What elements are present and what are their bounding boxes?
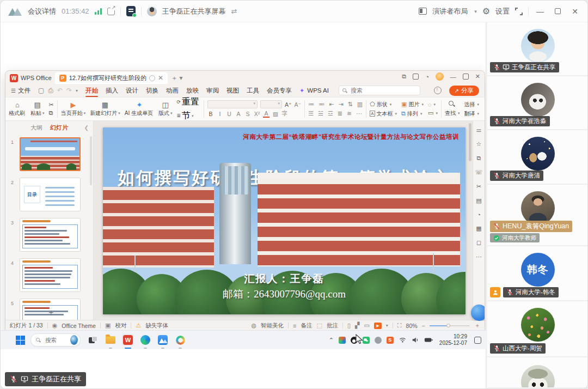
menu-animation[interactable]: 动画	[166, 87, 179, 95]
zoom-level[interactable]: 80%	[406, 323, 418, 329]
help-icon[interactable]: ◔	[425, 74, 429, 80]
add-slide-button[interactable]: ＋	[47, 307, 55, 318]
current-slide[interactable]: 河南大学第二届“铁塔湖畔”研究生学术论坛暨计量方法与论文写作公益培训 如何撰写好…	[103, 127, 465, 314]
close-button[interactable]: ✕	[569, 7, 581, 16]
wifi-icon[interactable]	[399, 336, 407, 344]
comment-button[interactable]: 批注	[327, 322, 338, 330]
panel-scrollbar[interactable]	[90, 136, 92, 185]
justify-icon[interactable]: ≣	[338, 110, 342, 117]
wps-home-button[interactable]: WPS Office	[10, 74, 52, 82]
security-tray-icon[interactable]	[387, 337, 394, 344]
wps-search-box[interactable]	[339, 86, 420, 95]
start-button[interactable]	[16, 336, 25, 345]
help-circle-icon[interactable]: ◔	[477, 211, 481, 218]
minimize-button[interactable]: —	[534, 7, 546, 16]
text-effect-button[interactable]: 字	[281, 110, 288, 118]
char-spacing-button[interactable]: A	[235, 111, 242, 117]
wps-restore-button[interactable]	[463, 74, 469, 80]
menu-wps-ai[interactable]: WPS AI	[307, 87, 329, 94]
slide-thumbnail[interactable]: 目录	[20, 178, 81, 211]
underline-button[interactable]: U	[226, 111, 232, 117]
font-size-select[interactable]	[260, 100, 282, 108]
fullscreen-icon[interactable]	[515, 8, 523, 15]
font-family-select[interactable]	[207, 100, 258, 108]
find-button[interactable]: 查找	[445, 110, 460, 117]
settings-button[interactable]: 设置	[495, 7, 510, 16]
wps-minimize-button[interactable]: —	[450, 74, 456, 80]
star-icon[interactable]: ☆	[476, 141, 482, 148]
document-tab[interactable]: 12.7如何撰写好研究生阶段的 ✕	[55, 72, 168, 84]
collapse-panel-icon[interactable]: ❮	[84, 125, 89, 131]
contact-icon[interactable]: ☏	[475, 169, 483, 176]
layout-button[interactable]: 版式	[158, 101, 173, 117]
bold-button[interactable]: B	[207, 111, 214, 117]
comment-bubble-icon[interactable]: ◻	[476, 239, 481, 246]
slide-thumbnail[interactable]	[20, 218, 81, 252]
network-signal-icon[interactable]	[95, 8, 102, 15]
italic-button[interactable]: I	[217, 111, 223, 117]
tools-icon[interactable]: ✂	[476, 183, 481, 190]
arrange-button[interactable]: 排列	[401, 110, 424, 118]
participant-tile[interactable]: HENU_袁箐QingYuan 河南大学教师	[487, 185, 588, 246]
undo-icon[interactable]: ↶	[57, 87, 63, 94]
menu-member[interactable]: 会员专享	[267, 87, 292, 95]
taskbar-clock[interactable]: 10:29 2025-12-07	[439, 333, 467, 347]
maximize-button[interactable]	[552, 7, 564, 16]
paste-button[interactable]: 粘贴	[30, 101, 45, 117]
participant-tile[interactable]: 河南大学唐清	[487, 130, 588, 185]
increase-font-icon[interactable]: A⁺	[285, 101, 292, 108]
calendar-icon[interactable]: ▦	[476, 225, 481, 232]
picture-button[interactable]: 图片	[401, 101, 424, 108]
chevron-down-icon[interactable]: ▾	[386, 323, 388, 328]
share-button[interactable]: 分享	[449, 86, 479, 96]
section-button[interactable]: 节	[177, 110, 201, 121]
menu-transition[interactable]: 切换	[146, 87, 158, 95]
reading-view-icon[interactable]: ▭	[364, 322, 369, 329]
ai-generate-button[interactable]: AI 生成单页	[125, 101, 154, 117]
numbered-list-icon[interactable]: ≕	[318, 101, 324, 108]
menu-insert[interactable]: 插入	[106, 87, 118, 95]
textbox-button[interactable]: 文本框	[370, 110, 397, 118]
menu-view[interactable]: 视图	[226, 87, 239, 95]
task-view-button[interactable]	[87, 334, 99, 346]
superscript-button[interactable]: X²	[254, 111, 260, 117]
shared-doc-app-icon[interactable]	[126, 6, 136, 16]
integration-icon[interactable]: ⧉	[402, 73, 406, 80]
edge-browser-button[interactable]	[139, 334, 151, 346]
zoom-out-icon[interactable]: −	[422, 323, 425, 329]
menu-slideshow[interactable]: 放映	[186, 87, 199, 95]
tencent-docs-tray-icon[interactable]	[339, 337, 346, 344]
slideshow-play-button[interactable]: ▶	[374, 323, 382, 329]
canvas-scrollbar[interactable]	[469, 123, 471, 161]
format-painter-button[interactable]: 格式刷	[9, 101, 26, 117]
select-button[interactable]: 选择	[464, 101, 479, 108]
notebook-icon[interactable]: ▤	[476, 197, 481, 204]
fit-window-icon[interactable]: ⛶	[397, 322, 402, 329]
hidden-icons-chevron[interactable]: ⌃	[329, 337, 334, 344]
more-paragraph-icon[interactable]: ⋯	[356, 110, 362, 117]
align-left-icon[interactable]: ☰	[308, 110, 314, 117]
line-spacing-icon[interactable]: ≋	[347, 110, 352, 117]
meeting-app-button[interactable]	[157, 334, 169, 346]
zoom-slider[interactable]	[430, 325, 470, 326]
floating-assistant-ball[interactable]	[471, 305, 485, 321]
save-icon[interactable]: ▢	[38, 87, 44, 94]
participant-tile[interactable]: 韩冬 河南大学-韩冬	[487, 246, 588, 301]
theme-name[interactable]: Office Theme	[62, 323, 96, 329]
account-avatar[interactable]	[436, 72, 444, 81]
wps-taskbar-button[interactable]	[122, 334, 134, 346]
translate-button[interactable]: 翻译	[464, 110, 479, 118]
columns-icon[interactable]: ▥	[357, 101, 363, 108]
gear-icon[interactable]: ⚙	[482, 6, 490, 16]
decrease-font-icon[interactable]: A⁻	[295, 101, 302, 108]
docs-app-button[interactable]	[174, 334, 186, 346]
strikethrough-button[interactable]: S	[244, 111, 251, 117]
find-icon[interactable]	[449, 101, 456, 108]
align-center-icon[interactable]: ☱	[318, 110, 323, 117]
placeholder-button[interactable]	[428, 110, 438, 117]
zoom-in-icon[interactable]: ＋	[474, 321, 480, 330]
slide-thumbnail[interactable]	[20, 258, 81, 292]
notification-center-button[interactable]	[474, 337, 481, 344]
open-in-window-icon[interactable]	[107, 8, 115, 15]
copy-icon[interactable]	[49, 110, 54, 116]
